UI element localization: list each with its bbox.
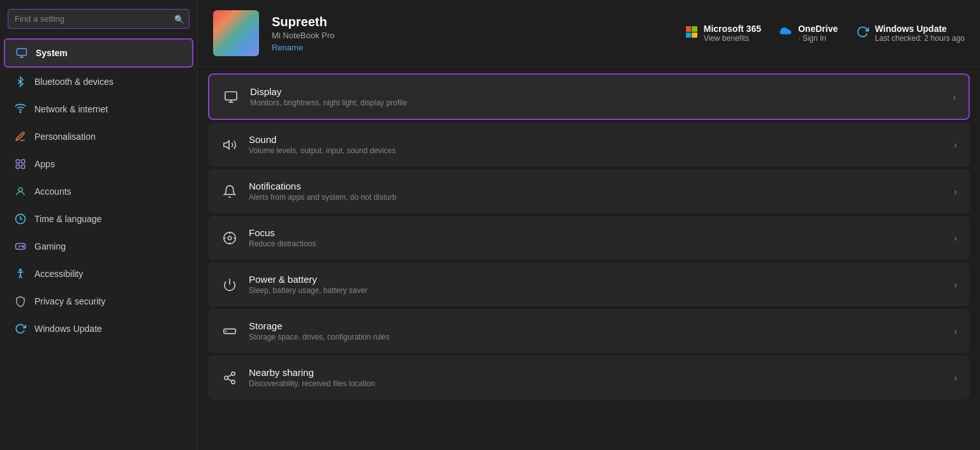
accounts-icon — [14, 185, 27, 198]
sidebar-item-personalisation[interactable]: Personalisation — [4, 123, 193, 150]
svg-point-29 — [232, 371, 235, 375]
setting-notifications[interactable]: Notifications Alerts from apps and syste… — [208, 169, 970, 213]
notifications-title: Notifications — [249, 181, 944, 191]
setting-power[interactable]: Power & battery Sleep, battery usage, ba… — [208, 262, 970, 306]
onedrive-sub: · Sign In — [798, 34, 838, 43]
power-icon — [221, 276, 239, 294]
sidebar-item-accessibility[interactable]: Accessibility — [4, 260, 193, 287]
display-icon — [222, 88, 240, 106]
setting-sound[interactable]: Sound Volume levels, output, input, soun… — [208, 123, 970, 167]
accessibility-icon — [14, 267, 27, 280]
system-icon — [15, 47, 28, 59]
notifications-icon — [221, 183, 239, 200]
sidebar-item-time[interactable]: Time & language — [4, 206, 193, 232]
power-text: Power & battery Sleep, battery usage, ba… — [249, 274, 944, 295]
search-input[interactable] — [8, 9, 189, 29]
settings-list: Display Monitors, brightness, night ligh… — [198, 67, 980, 409]
storage-icon — [221, 322, 239, 340]
chevron-right-icon: › — [954, 280, 957, 290]
notifications-desc: Alerts from apps and system, do not dist… — [249, 193, 944, 202]
sidebar-item-label: Bluetooth & devices — [34, 77, 114, 87]
svg-point-31 — [232, 380, 235, 384]
svg-point-30 — [225, 376, 228, 380]
privacy-icon — [14, 295, 27, 308]
nearby-icon — [221, 369, 239, 387]
nearby-desc: Discoverability, received files location — [249, 379, 944, 388]
main-content: Supreeth Mi NoteBook Pro Rename Microsof… — [198, 0, 980, 450]
sidebar: 🔍 System Bluetooth & devices Network & i… — [0, 0, 198, 450]
sidebar-item-label: System — [36, 48, 68, 58]
svg-rect-4 — [16, 160, 19, 163]
svg-rect-6 — [16, 165, 19, 169]
search-box[interactable]: 🔍 — [8, 9, 189, 29]
chevron-right-icon: › — [954, 373, 957, 383]
storage-title: Storage — [249, 320, 944, 331]
svg-line-32 — [228, 379, 232, 381]
sidebar-item-bluetooth[interactable]: Bluetooth & devices — [4, 68, 193, 95]
user-name: Supreeth — [272, 15, 672, 29]
search-icon: 🔍 — [174, 14, 184, 24]
sidebar-item-label: Accounts — [34, 186, 71, 197]
service-onedrive[interactable]: OneDrive · Sign In — [779, 24, 838, 43]
ms365-icon — [685, 25, 699, 39]
sidebar-item-label: Privacy & security — [34, 296, 105, 306]
focus-text: Focus Reduce distractions — [249, 227, 944, 248]
sidebar-item-network[interactable]: Network & internet — [4, 96, 193, 123]
sidebar-item-label: Gaming — [34, 241, 66, 251]
chevron-right-icon: › — [954, 186, 957, 197]
sidebar-item-label: Time & language — [34, 214, 101, 224]
bluetooth-icon — [14, 75, 27, 88]
user-device: Mi NoteBook Pro — [272, 31, 672, 40]
sidebar-item-label: Apps — [34, 159, 55, 169]
onedrive-title: OneDrive — [798, 24, 838, 34]
sound-text: Sound Volume levels, output, input, soun… — [249, 134, 944, 155]
rename-link[interactable]: Rename — [272, 43, 672, 52]
winupdate-title: Windows Update — [875, 24, 965, 34]
storage-text: Storage Storage space, drives, configura… — [249, 320, 944, 341]
header-services: Microsoft 365 View benefits OneDrive · S… — [685, 24, 965, 43]
service-ms365[interactable]: Microsoft 365 View benefits — [685, 24, 761, 43]
ms365-sub: View benefits — [704, 34, 761, 43]
ms365-title: Microsoft 365 — [704, 24, 761, 34]
nearby-text: Nearby sharing Discoverability, received… — [249, 367, 944, 388]
apps-icon — [14, 158, 27, 170]
sidebar-item-accounts[interactable]: Accounts — [4, 178, 193, 205]
sidebar-item-apps[interactable]: Apps — [4, 151, 193, 177]
user-avatar — [213, 10, 259, 56]
svg-point-15 — [20, 269, 22, 271]
user-info: Supreeth Mi NoteBook Pro Rename — [272, 15, 672, 52]
chevron-right-icon: › — [954, 140, 957, 150]
ms365-text: Microsoft 365 View benefits — [704, 24, 761, 43]
service-windows-update[interactable]: Windows Update Last checked: 2 hours ago — [856, 24, 965, 43]
svg-point-20 — [224, 232, 235, 243]
sidebar-item-label: Personalisation — [34, 131, 96, 142]
svg-rect-5 — [22, 160, 25, 163]
display-text: Display Monitors, brightness, night ligh… — [250, 86, 942, 107]
sidebar-item-label: Accessibility — [34, 269, 83, 279]
sound-title: Sound — [249, 134, 944, 145]
winupdate-icon — [856, 25, 870, 39]
focus-desc: Reduce distractions — [249, 239, 944, 248]
chevron-right-icon: › — [953, 92, 956, 102]
sidebar-item-privacy[interactable]: Privacy & security — [4, 288, 193, 315]
windows-update-icon — [14, 322, 27, 335]
svg-point-8 — [19, 188, 22, 191]
winupdate-text: Windows Update Last checked: 2 hours ago — [875, 24, 965, 43]
setting-nearby[interactable]: Nearby sharing Discoverability, received… — [208, 356, 970, 400]
setting-focus[interactable]: Focus Reduce distractions › — [208, 216, 970, 260]
notifications-text: Notifications Alerts from apps and syste… — [249, 181, 944, 202]
setting-storage[interactable]: Storage Storage space, drives, configura… — [208, 309, 970, 353]
sound-desc: Volume levels, output, input, sound devi… — [249, 146, 944, 155]
svg-point-14 — [23, 246, 24, 248]
sidebar-item-system[interactable]: System — [4, 38, 193, 68]
chevron-right-icon: › — [954, 326, 957, 336]
svg-rect-0 — [17, 49, 27, 56]
time-icon — [14, 213, 27, 225]
onedrive-text: OneDrive · Sign In — [798, 24, 838, 43]
power-desc: Sleep, battery usage, battery saver — [249, 286, 944, 295]
sidebar-item-gaming[interactable]: Gaming — [4, 233, 193, 260]
setting-display[interactable]: Display Monitors, brightness, night ligh… — [208, 73, 970, 120]
winupdate-sub: Last checked: 2 hours ago — [875, 34, 965, 43]
sidebar-item-update[interactable]: Windows Update — [4, 315, 193, 342]
sidebar-item-label: Network & internet — [34, 104, 108, 114]
